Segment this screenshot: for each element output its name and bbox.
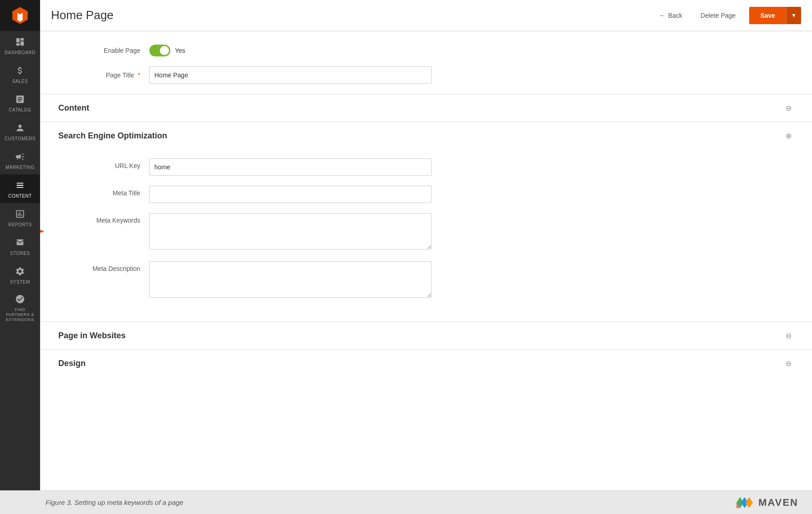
sidebar-item-dashboard-label: DASHBOARD (5, 50, 36, 55)
enable-page-row: Enable Page Yes (58, 45, 794, 56)
sidebar: DASHBOARD SALES CATALOG CUSTOMERS MARKET… (0, 0, 40, 514)
enable-page-value: Yes (175, 47, 185, 54)
content-section: Content ⊖ (40, 94, 812, 122)
design-header[interactable]: Design ⊖ (58, 350, 794, 377)
seo-section-header[interactable]: Search Engine Optimization ⊕ (58, 122, 794, 149)
enable-page-label: Enable Page (58, 47, 149, 54)
dashboard-icon (15, 36, 26, 47)
content-icon (15, 180, 26, 191)
meta-keywords-wrapper (149, 213, 432, 251)
maven-text: MAVEN (758, 497, 798, 509)
save-dropdown-button[interactable]: ▼ (786, 7, 801, 24)
seo-section-title: Search Engine Optimization (58, 131, 167, 141)
meta-description-label: Meta Description (58, 261, 149, 272)
meta-keywords-label: Meta Keywords (58, 213, 149, 224)
sidebar-item-customers[interactable]: CUSTOMERS (0, 117, 40, 146)
back-label: Back (668, 12, 682, 19)
enable-page-section: Enable Page Yes Page Title * (58, 45, 794, 84)
page-title-input[interactable] (149, 66, 432, 84)
meta-title-input[interactable] (149, 186, 432, 203)
sidebar-item-stores-label: STORES (10, 251, 30, 256)
sidebar-item-reports-label: REPORTS (8, 222, 32, 227)
maven-diamonds-icon (733, 494, 755, 512)
required-asterisk: * (136, 71, 140, 79)
back-arrow-icon: ← (659, 12, 665, 19)
meta-keywords-textarea[interactable] (149, 213, 432, 249)
design-title: Design (58, 359, 86, 368)
page-title-form-label: Page Title * (58, 71, 149, 79)
meta-keywords-row: Meta Keywords (58, 213, 794, 251)
design-section: Design ⊖ (40, 349, 812, 377)
url-key-label: URL Key (58, 158, 149, 169)
meta-description-row: Meta Description (58, 261, 794, 298)
enable-toggle[interactable] (149, 45, 170, 56)
header-actions: ← Back Delete Page Save ▼ (654, 7, 801, 24)
partners-icon (15, 294, 26, 305)
sidebar-item-system-label: SYSTEM (10, 280, 30, 285)
page-title: Home Page (51, 8, 654, 22)
sidebar-item-partners-label: FIND PARTNERS & EXTENSIONS (3, 307, 37, 322)
system-icon (15, 266, 26, 277)
reports-icon (15, 209, 26, 219)
sidebar-item-system[interactable]: SYSTEM (0, 260, 40, 289)
footer-bar: Figure 3. Setting up meta keywords of a … (0, 490, 812, 514)
content-section-header[interactable]: Content ⊖ (58, 94, 794, 122)
design-collapse-icon: ⊖ (783, 358, 794, 369)
customers-icon (15, 122, 26, 133)
sidebar-item-stores[interactable]: STORES (0, 232, 40, 260)
url-key-row: URL Key (58, 158, 794, 176)
back-button[interactable]: ← Back (654, 9, 687, 22)
maven-logo: MAVEN (733, 494, 798, 512)
seo-section: Search Engine Optimization ⊕ URL Key Met… (40, 122, 812, 321)
meta-title-label: Meta Title (58, 186, 149, 197)
magento-logo (0, 0, 40, 31)
page-websites-header[interactable]: Page in Websites ⊖ (58, 322, 794, 349)
save-button-group: Save ▼ (749, 7, 801, 24)
marketing-icon (15, 151, 26, 162)
sidebar-item-dashboard[interactable]: DASHBOARD (0, 31, 40, 60)
content-section-title: Content (58, 103, 89, 113)
url-key-input[interactable] (149, 158, 432, 176)
catalog-icon (15, 94, 26, 105)
top-header: Home Page ← Back Delete Page Save ▼ (40, 0, 812, 31)
sales-icon (15, 65, 26, 76)
sidebar-item-customers-label: CUSTOMERS (5, 136, 36, 141)
toggle-wrapper: Yes (149, 45, 185, 56)
page-title-row: Page Title * (58, 66, 794, 84)
page-websites-section: Page in Websites ⊖ (40, 321, 812, 349)
sidebar-item-catalog[interactable]: CATALOG (0, 88, 40, 117)
sidebar-item-catalog-label: CATALOG (9, 107, 31, 112)
page-websites-title: Page in Websites (58, 331, 126, 341)
sidebar-item-content-label: CONTENT (8, 193, 32, 198)
seo-collapse-icon: ⊕ (783, 130, 794, 141)
sidebar-item-sales-label: SALES (12, 79, 28, 84)
svg-marker-5 (746, 497, 753, 508)
content-collapse-icon: ⊖ (783, 102, 794, 113)
delete-page-button[interactable]: Delete Page (696, 9, 740, 22)
main-content: Enable Page Yes Page Title * Content ⊖ (40, 31, 812, 496)
sidebar-item-content[interactable]: CONTENT (0, 174, 40, 203)
meta-description-textarea[interactable] (149, 261, 432, 298)
footer-caption: Figure 3. Setting up meta keywords of a … (46, 499, 184, 506)
toggle-slider (149, 45, 170, 56)
sidebar-item-partners[interactable]: FIND PARTNERS & EXTENSIONS (0, 289, 40, 326)
sidebar-item-sales[interactable]: SALES (0, 60, 40, 88)
seo-content: URL Key Meta Title Meta Keywords (58, 149, 794, 321)
sidebar-item-marketing-label: MARKETING (5, 165, 35, 170)
sidebar-item-reports[interactable]: REPORTS (0, 203, 40, 232)
meta-title-row: Meta Title (58, 186, 794, 203)
save-button[interactable]: Save (749, 7, 786, 24)
sidebar-item-marketing[interactable]: MARKETING (0, 146, 40, 174)
stores-icon (15, 237, 26, 248)
page-websites-collapse-icon: ⊖ (783, 330, 794, 341)
